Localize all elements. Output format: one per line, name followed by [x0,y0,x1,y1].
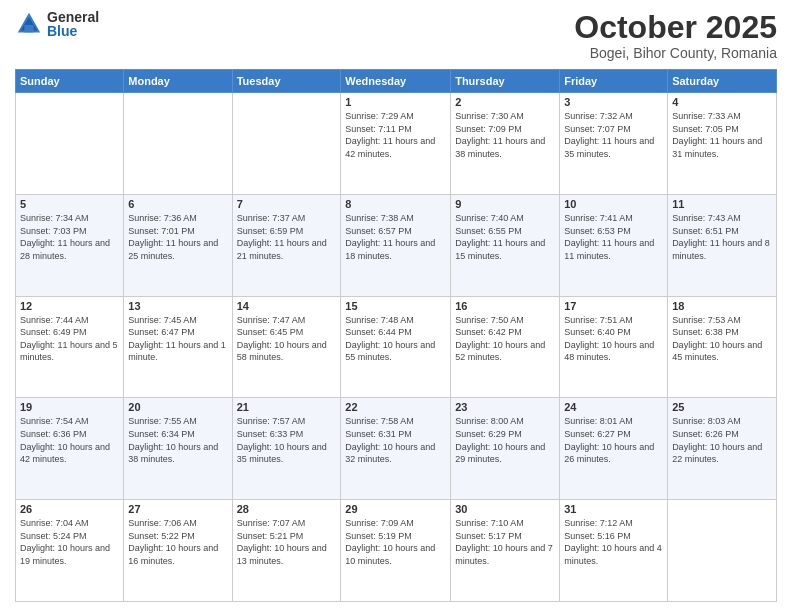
day-info: Sunrise: 8:03 AMSunset: 6:26 PMDaylight:… [672,416,762,464]
day-number: 6 [128,198,227,210]
calendar: Sunday Monday Tuesday Wednesday Thursday… [15,69,777,602]
day-number: 5 [20,198,119,210]
calendar-cell: 30Sunrise: 7:10 AMSunset: 5:17 PMDayligh… [451,500,560,602]
header: General Blue October 2025 Bogei, Bihor C… [15,10,777,61]
svg-rect-2 [24,25,33,32]
day-number: 19 [20,401,119,413]
day-info: Sunrise: 7:48 AMSunset: 6:44 PMDaylight:… [345,315,435,363]
calendar-cell [124,93,232,195]
month-title: October 2025 [574,10,777,45]
day-info: Sunrise: 8:00 AMSunset: 6:29 PMDaylight:… [455,416,545,464]
col-friday: Friday [560,70,668,93]
calendar-cell: 25Sunrise: 8:03 AMSunset: 6:26 PMDayligh… [668,398,777,500]
calendar-cell: 6Sunrise: 7:36 AMSunset: 7:01 PMDaylight… [124,194,232,296]
day-number: 28 [237,503,337,515]
calendar-cell: 27Sunrise: 7:06 AMSunset: 5:22 PMDayligh… [124,500,232,602]
calendar-cell: 20Sunrise: 7:55 AMSunset: 6:34 PMDayligh… [124,398,232,500]
location-title: Bogei, Bihor County, Romania [574,45,777,61]
day-info: Sunrise: 7:55 AMSunset: 6:34 PMDaylight:… [128,416,218,464]
calendar-cell: 8Sunrise: 7:38 AMSunset: 6:57 PMDaylight… [341,194,451,296]
week-row-1: 1Sunrise: 7:29 AMSunset: 7:11 PMDaylight… [16,93,777,195]
logo-blue-text: Blue [47,24,99,38]
day-info: Sunrise: 7:36 AMSunset: 7:01 PMDaylight:… [128,213,218,261]
calendar-cell [668,500,777,602]
day-number: 30 [455,503,555,515]
day-number: 13 [128,300,227,312]
day-info: Sunrise: 7:37 AMSunset: 6:59 PMDaylight:… [237,213,327,261]
day-number: 31 [564,503,663,515]
day-number: 8 [345,198,446,210]
calendar-cell: 9Sunrise: 7:40 AMSunset: 6:55 PMDaylight… [451,194,560,296]
day-number: 29 [345,503,446,515]
day-number: 21 [237,401,337,413]
day-info: Sunrise: 7:53 AMSunset: 6:38 PMDaylight:… [672,315,762,363]
day-number: 23 [455,401,555,413]
day-number: 22 [345,401,446,413]
day-info: Sunrise: 8:01 AMSunset: 6:27 PMDaylight:… [564,416,654,464]
day-number: 9 [455,198,555,210]
calendar-cell: 26Sunrise: 7:04 AMSunset: 5:24 PMDayligh… [16,500,124,602]
day-number: 12 [20,300,119,312]
calendar-cell: 12Sunrise: 7:44 AMSunset: 6:49 PMDayligh… [16,296,124,398]
calendar-cell: 23Sunrise: 8:00 AMSunset: 6:29 PMDayligh… [451,398,560,500]
day-info: Sunrise: 7:44 AMSunset: 6:49 PMDaylight:… [20,315,118,363]
calendar-cell: 5Sunrise: 7:34 AMSunset: 7:03 PMDaylight… [16,194,124,296]
week-row-5: 26Sunrise: 7:04 AMSunset: 5:24 PMDayligh… [16,500,777,602]
day-number: 14 [237,300,337,312]
col-sunday: Sunday [16,70,124,93]
col-wednesday: Wednesday [341,70,451,93]
day-info: Sunrise: 7:57 AMSunset: 6:33 PMDaylight:… [237,416,327,464]
calendar-cell: 2Sunrise: 7:30 AMSunset: 7:09 PMDaylight… [451,93,560,195]
week-row-4: 19Sunrise: 7:54 AMSunset: 6:36 PMDayligh… [16,398,777,500]
calendar-cell: 4Sunrise: 7:33 AMSunset: 7:05 PMDaylight… [668,93,777,195]
calendar-cell: 14Sunrise: 7:47 AMSunset: 6:45 PMDayligh… [232,296,341,398]
day-number: 3 [564,96,663,108]
day-info: Sunrise: 7:07 AMSunset: 5:21 PMDaylight:… [237,518,327,566]
day-info: Sunrise: 7:29 AMSunset: 7:11 PMDaylight:… [345,111,435,159]
day-info: Sunrise: 7:34 AMSunset: 7:03 PMDaylight:… [20,213,110,261]
day-number: 27 [128,503,227,515]
day-number: 4 [672,96,772,108]
logo-general-text: General [47,10,99,24]
day-info: Sunrise: 7:58 AMSunset: 6:31 PMDaylight:… [345,416,435,464]
calendar-cell: 15Sunrise: 7:48 AMSunset: 6:44 PMDayligh… [341,296,451,398]
calendar-cell: 18Sunrise: 7:53 AMSunset: 6:38 PMDayligh… [668,296,777,398]
calendar-cell: 22Sunrise: 7:58 AMSunset: 6:31 PMDayligh… [341,398,451,500]
col-tuesday: Tuesday [232,70,341,93]
calendar-cell: 16Sunrise: 7:50 AMSunset: 6:42 PMDayligh… [451,296,560,398]
page: General Blue October 2025 Bogei, Bihor C… [0,0,792,612]
day-info: Sunrise: 7:38 AMSunset: 6:57 PMDaylight:… [345,213,435,261]
calendar-cell: 10Sunrise: 7:41 AMSunset: 6:53 PMDayligh… [560,194,668,296]
col-thursday: Thursday [451,70,560,93]
calendar-cell: 13Sunrise: 7:45 AMSunset: 6:47 PMDayligh… [124,296,232,398]
day-number: 7 [237,198,337,210]
calendar-cell: 1Sunrise: 7:29 AMSunset: 7:11 PMDaylight… [341,93,451,195]
day-number: 25 [672,401,772,413]
day-info: Sunrise: 7:47 AMSunset: 6:45 PMDaylight:… [237,315,327,363]
calendar-cell [16,93,124,195]
day-info: Sunrise: 7:40 AMSunset: 6:55 PMDaylight:… [455,213,545,261]
day-info: Sunrise: 7:50 AMSunset: 6:42 PMDaylight:… [455,315,545,363]
day-number: 15 [345,300,446,312]
day-info: Sunrise: 7:06 AMSunset: 5:22 PMDaylight:… [128,518,218,566]
col-monday: Monday [124,70,232,93]
day-number: 16 [455,300,555,312]
calendar-cell [232,93,341,195]
calendar-cell: 11Sunrise: 7:43 AMSunset: 6:51 PMDayligh… [668,194,777,296]
calendar-cell: 31Sunrise: 7:12 AMSunset: 5:16 PMDayligh… [560,500,668,602]
day-number: 24 [564,401,663,413]
day-info: Sunrise: 7:30 AMSunset: 7:09 PMDaylight:… [455,111,545,159]
day-info: Sunrise: 7:41 AMSunset: 6:53 PMDaylight:… [564,213,654,261]
header-row: Sunday Monday Tuesday Wednesday Thursday… [16,70,777,93]
title-block: October 2025 Bogei, Bihor County, Romani… [574,10,777,61]
day-number: 17 [564,300,663,312]
day-info: Sunrise: 7:10 AMSunset: 5:17 PMDaylight:… [455,518,553,566]
calendar-cell: 28Sunrise: 7:07 AMSunset: 5:21 PMDayligh… [232,500,341,602]
week-row-2: 5Sunrise: 7:34 AMSunset: 7:03 PMDaylight… [16,194,777,296]
calendar-cell: 21Sunrise: 7:57 AMSunset: 6:33 PMDayligh… [232,398,341,500]
day-number: 26 [20,503,119,515]
day-info: Sunrise: 7:43 AMSunset: 6:51 PMDaylight:… [672,213,770,261]
calendar-cell: 19Sunrise: 7:54 AMSunset: 6:36 PMDayligh… [16,398,124,500]
day-info: Sunrise: 7:04 AMSunset: 5:24 PMDaylight:… [20,518,110,566]
logo: General Blue [15,10,99,38]
